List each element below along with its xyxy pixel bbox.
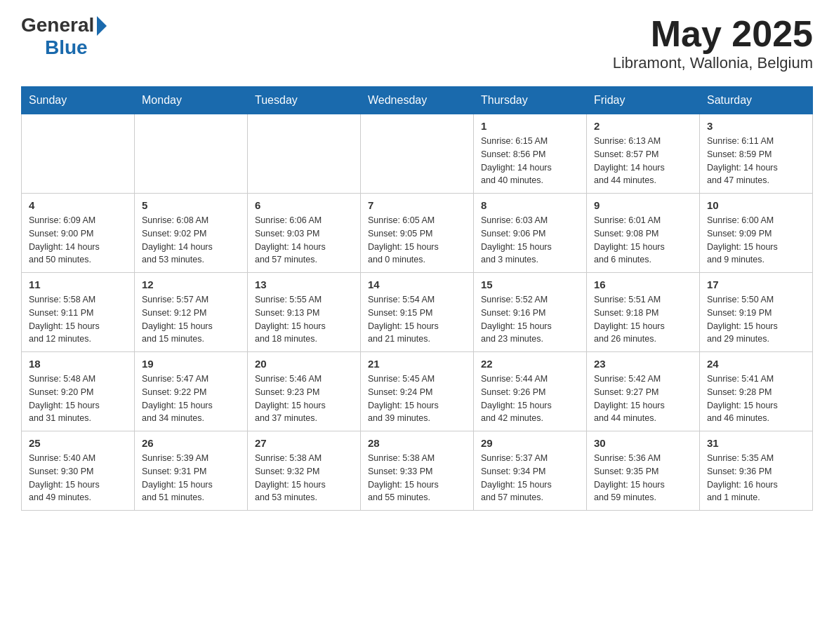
day-number: 8 [481,199,579,211]
calendar-cell: 28Sunrise: 5:38 AMSunset: 9:33 PMDayligh… [361,431,474,511]
day-info: Sunrise: 5:38 AMSunset: 9:33 PMDaylight:… [368,452,466,504]
day-info: Sunrise: 5:36 AMSunset: 9:35 PMDaylight:… [594,452,692,504]
day-info: Sunrise: 5:42 AMSunset: 9:27 PMDaylight:… [594,373,692,425]
calendar-cell: 12Sunrise: 5:57 AMSunset: 9:12 PMDayligh… [135,273,248,352]
day-info: Sunrise: 5:55 AMSunset: 9:13 PMDaylight:… [255,293,353,346]
calendar-cell: 17Sunrise: 5:50 AMSunset: 9:19 PMDayligh… [700,273,813,352]
day-number: 13 [255,279,353,290]
calendar-cell: 21Sunrise: 5:45 AMSunset: 9:24 PMDayligh… [361,352,474,431]
calendar-cell: 5Sunrise: 6:08 AMSunset: 9:02 PMDaylight… [135,194,248,273]
calendar-cell [135,114,248,194]
day-number: 30 [594,437,692,449]
day-info: Sunrise: 6:09 AMSunset: 9:00 PMDaylight:… [29,214,127,267]
day-info: Sunrise: 5:58 AMSunset: 9:11 PMDaylight:… [29,293,127,346]
col-sunday: Sunday [22,87,135,114]
logo-general-text: General [21,14,94,36]
day-info: Sunrise: 5:39 AMSunset: 9:31 PMDaylight:… [142,452,240,504]
day-info: Sunrise: 6:11 AMSunset: 8:59 PMDaylight:… [707,135,805,187]
day-info: Sunrise: 5:37 AMSunset: 9:34 PMDaylight:… [481,452,579,504]
day-number: 1 [481,120,579,132]
calendar-cell: 19Sunrise: 5:47 AMSunset: 9:22 PMDayligh… [135,352,248,431]
day-info: Sunrise: 6:00 AMSunset: 9:09 PMDaylight:… [707,214,805,267]
day-number: 9 [594,199,692,211]
day-number: 27 [255,437,353,449]
calendar-cell: 27Sunrise: 5:38 AMSunset: 9:32 PMDayligh… [248,431,361,511]
calendar-cell: 9Sunrise: 6:01 AMSunset: 9:08 PMDaylight… [587,194,700,273]
day-info: Sunrise: 5:47 AMSunset: 9:22 PMDaylight:… [142,373,240,425]
calendar-week-row: 18Sunrise: 5:48 AMSunset: 9:20 PMDayligh… [22,352,813,431]
location-title: Libramont, Wallonia, Belgium [613,54,813,72]
page-header: General Blue May 2025 Libramont, Walloni… [21,14,813,72]
day-info: Sunrise: 5:48 AMSunset: 9:20 PMDaylight:… [29,373,127,425]
calendar-cell: 13Sunrise: 5:55 AMSunset: 9:13 PMDayligh… [248,273,361,352]
calendar-cell: 22Sunrise: 5:44 AMSunset: 9:26 PMDayligh… [474,352,587,431]
day-number: 17 [707,279,805,290]
day-number: 24 [707,358,805,370]
day-number: 31 [707,437,805,449]
calendar-cell: 6Sunrise: 6:06 AMSunset: 9:03 PMDaylight… [248,194,361,273]
day-info: Sunrise: 5:41 AMSunset: 9:28 PMDaylight:… [707,373,805,425]
col-thursday: Thursday [474,87,587,114]
calendar-cell: 8Sunrise: 6:03 AMSunset: 9:06 PMDaylight… [474,194,587,273]
day-info: Sunrise: 5:54 AMSunset: 9:15 PMDaylight:… [368,293,466,346]
title-section: May 2025 Libramont, Wallonia, Belgium [613,14,813,72]
day-info: Sunrise: 6:01 AMSunset: 9:08 PMDaylight:… [594,214,692,267]
calendar-cell: 15Sunrise: 5:52 AMSunset: 9:16 PMDayligh… [474,273,587,352]
calendar-cell: 3Sunrise: 6:11 AMSunset: 8:59 PMDaylight… [700,114,813,194]
calendar-cell: 4Sunrise: 6:09 AMSunset: 9:00 PMDaylight… [22,194,135,273]
calendar-cell: 18Sunrise: 5:48 AMSunset: 9:20 PMDayligh… [22,352,135,431]
day-number: 26 [142,437,240,449]
calendar-week-row: 25Sunrise: 5:40 AMSunset: 9:30 PMDayligh… [22,431,813,511]
day-number: 19 [142,358,240,370]
calendar-cell: 25Sunrise: 5:40 AMSunset: 9:30 PMDayligh… [22,431,135,511]
month-title: May 2025 [613,14,813,54]
day-number: 10 [707,199,805,211]
calendar-cell [248,114,361,194]
day-info: Sunrise: 5:44 AMSunset: 9:26 PMDaylight:… [481,373,579,425]
day-number: 12 [142,279,240,290]
day-number: 29 [481,437,579,449]
calendar-cell: 1Sunrise: 6:15 AMSunset: 8:56 PMDaylight… [474,114,587,194]
calendar-cell: 23Sunrise: 5:42 AMSunset: 9:27 PMDayligh… [587,352,700,431]
day-number: 2 [594,120,692,132]
day-number: 28 [368,437,466,449]
calendar-cell: 7Sunrise: 6:05 AMSunset: 9:05 PMDaylight… [361,194,474,273]
day-info: Sunrise: 5:52 AMSunset: 9:16 PMDaylight:… [481,293,579,346]
calendar-week-row: 1Sunrise: 6:15 AMSunset: 8:56 PMDaylight… [22,114,813,194]
day-info: Sunrise: 6:06 AMSunset: 9:03 PMDaylight:… [255,214,353,267]
day-number: 16 [594,279,692,290]
day-number: 5 [142,199,240,211]
calendar-header-row: Sunday Monday Tuesday Wednesday Thursday… [22,87,813,114]
calendar-cell: 16Sunrise: 5:51 AMSunset: 9:18 PMDayligh… [587,273,700,352]
calendar-cell: 31Sunrise: 5:35 AMSunset: 9:36 PMDayligh… [700,431,813,511]
calendar-body: 1Sunrise: 6:15 AMSunset: 8:56 PMDaylight… [22,114,813,511]
day-number: 6 [255,199,353,211]
logo-arrow-icon [97,16,107,36]
col-saturday: Saturday [700,87,813,114]
day-number: 4 [29,199,127,211]
calendar-cell: 10Sunrise: 6:00 AMSunset: 9:09 PMDayligh… [700,194,813,273]
calendar-week-row: 4Sunrise: 6:09 AMSunset: 9:00 PMDaylight… [22,194,813,273]
col-monday: Monday [135,87,248,114]
day-info: Sunrise: 6:15 AMSunset: 8:56 PMDaylight:… [481,135,579,187]
col-wednesday: Wednesday [361,87,474,114]
day-number: 25 [29,437,127,449]
day-info: Sunrise: 5:45 AMSunset: 9:24 PMDaylight:… [368,373,466,425]
calendar-cell [361,114,474,194]
day-number: 11 [29,279,127,290]
day-number: 23 [594,358,692,370]
calendar-cell [22,114,135,194]
logo: General Blue [21,14,107,59]
logo-blue-text: Blue [45,36,88,59]
day-number: 15 [481,279,579,290]
day-info: Sunrise: 5:51 AMSunset: 9:18 PMDaylight:… [594,293,692,346]
calendar-cell: 24Sunrise: 5:41 AMSunset: 9:28 PMDayligh… [700,352,813,431]
day-info: Sunrise: 6:13 AMSunset: 8:57 PMDaylight:… [594,135,692,187]
day-number: 21 [368,358,466,370]
day-info: Sunrise: 5:46 AMSunset: 9:23 PMDaylight:… [255,373,353,425]
day-number: 22 [481,358,579,370]
day-info: Sunrise: 5:57 AMSunset: 9:12 PMDaylight:… [142,293,240,346]
day-info: Sunrise: 6:08 AMSunset: 9:02 PMDaylight:… [142,214,240,267]
day-info: Sunrise: 5:38 AMSunset: 9:32 PMDaylight:… [255,452,353,504]
day-info: Sunrise: 6:05 AMSunset: 9:05 PMDaylight:… [368,214,466,267]
